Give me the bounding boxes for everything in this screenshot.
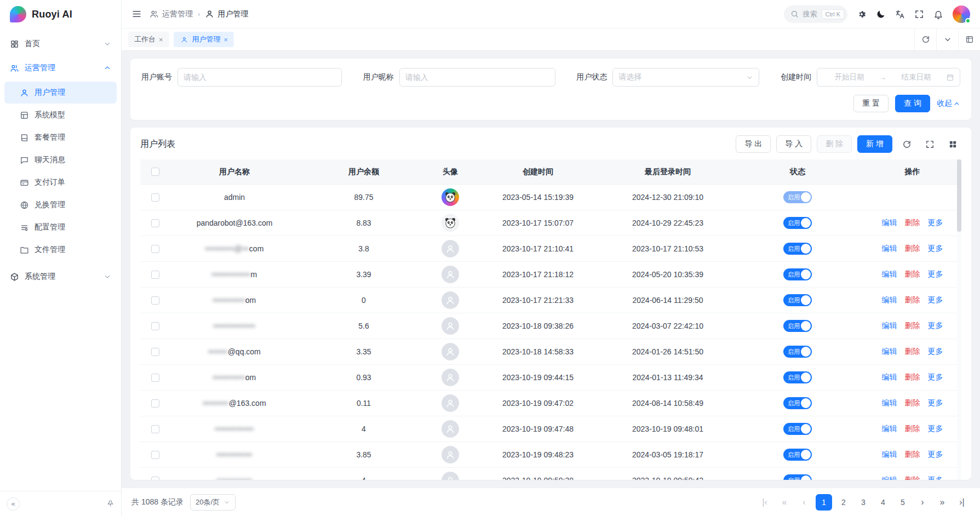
status-toggle[interactable]: 启用 [783, 397, 812, 409]
user-account-input[interactable] [184, 73, 336, 82]
sidebar-item-chat-messages[interactable]: 聊天消息 [4, 149, 117, 171]
more-action[interactable]: 更多 [928, 475, 943, 480]
row-checkbox[interactable] [151, 245, 159, 253]
breadcrumb-operations[interactable]: 运营管理 [150, 9, 193, 19]
more-action[interactable]: 更多 [928, 244, 943, 254]
page-size-select[interactable]: 20条/页 [190, 494, 236, 511]
sidebar-item-packages[interactable]: 套餐管理 [4, 127, 117, 148]
row-checkbox[interactable] [151, 271, 159, 279]
add-button[interactable]: 新 增 [857, 135, 892, 153]
select-all-checkbox[interactable] [151, 168, 159, 176]
delete-action[interactable]: 删除 [905, 244, 920, 254]
status-toggle[interactable]: 启用 [783, 320, 812, 332]
chevron-down-icon[interactable] [936, 28, 958, 50]
status-toggle[interactable]: 启用 [783, 371, 812, 383]
user-nickname-input[interactable] [405, 73, 549, 82]
edit-action[interactable]: 编辑 [882, 398, 897, 408]
prev-page-button[interactable]: ‹ [796, 494, 812, 511]
more-action[interactable]: 更多 [928, 372, 943, 382]
row-checkbox[interactable] [151, 425, 159, 433]
delete-action[interactable]: 删除 [905, 295, 920, 305]
breadcrumb-user-management[interactable]: 用户管理 [205, 9, 248, 19]
user-status-select[interactable]: 请选择 [612, 68, 759, 87]
settings-gear-icon[interactable] [857, 9, 867, 19]
refresh-icon[interactable] [898, 135, 915, 153]
sidebar-item-config[interactable]: 配置管理 [4, 216, 117, 238]
sidebar-item-models[interactable]: 系统模型 [4, 104, 117, 126]
more-action[interactable]: 更多 [928, 424, 943, 434]
delete-action[interactable]: 删除 [905, 218, 920, 228]
edit-action[interactable]: 编辑 [882, 372, 897, 382]
delete-action[interactable]: 删除 [905, 270, 920, 279]
edit-action[interactable]: 编辑 [882, 244, 897, 254]
status-toggle[interactable]: 启用 [783, 449, 812, 461]
edit-action[interactable]: 编辑 [882, 450, 897, 460]
export-button[interactable]: 导 出 [736, 135, 771, 153]
edit-action[interactable]: 编辑 [882, 424, 897, 434]
app-logo[interactable]: Ruoyi AI [0, 0, 121, 28]
more-action[interactable]: 更多 [928, 321, 943, 331]
column-settings-grid-icon[interactable] [944, 135, 961, 153]
layout-expand-icon[interactable] [958, 28, 980, 50]
sidebar-collapse-button[interactable]: « [7, 497, 20, 511]
refresh-icon[interactable] [914, 28, 936, 50]
status-toggle[interactable]: 启用 [783, 346, 812, 358]
status-toggle[interactable]: 启用 [783, 294, 812, 306]
edit-action[interactable]: 编辑 [882, 321, 897, 331]
more-action[interactable]: 更多 [928, 398, 943, 408]
sidebar-item-users[interactable]: 用户管理 [4, 82, 117, 104]
collapse-filter-button[interactable]: 收起 [937, 99, 960, 108]
first-page-button[interactable]: |‹ [757, 494, 773, 511]
page-button-1[interactable]: 1 [816, 494, 832, 511]
delete-action[interactable]: 删除 [905, 372, 920, 382]
page-button-2[interactable]: 2 [835, 494, 852, 511]
hamburger-menu-icon[interactable] [131, 9, 142, 19]
global-search-input[interactable]: 搜索 Ctrl K [784, 5, 848, 23]
notifications-bell-icon[interactable] [933, 9, 943, 19]
delete-action[interactable]: 删除 [905, 321, 920, 331]
status-toggle[interactable]: 启用 [783, 423, 812, 435]
language-translate-icon[interactable] [895, 9, 905, 19]
row-checkbox[interactable] [151, 193, 159, 202]
more-action[interactable]: 更多 [928, 218, 943, 228]
theme-moon-icon[interactable] [876, 9, 886, 19]
date-range-picker[interactable]: 开始日期 → 结束日期 [817, 68, 960, 87]
edit-action[interactable]: 编辑 [882, 295, 897, 305]
tab-user-management[interactable]: 用户管理× [174, 32, 234, 47]
edit-action[interactable]: 编辑 [882, 270, 897, 279]
close-icon[interactable]: × [224, 36, 228, 44]
more-action[interactable]: 更多 [928, 295, 943, 305]
fullscreen-icon[interactable] [921, 135, 938, 153]
delete-action[interactable]: 删除 [905, 475, 920, 480]
scrollbar-thumb[interactable] [957, 159, 961, 232]
row-checkbox[interactable] [151, 348, 159, 356]
page-button-4[interactable]: 4 [875, 494, 891, 511]
sidebar-item-exchange[interactable]: 兑换管理 [4, 194, 117, 216]
tab-workbench[interactable]: 工作台× [128, 32, 169, 47]
reset-button[interactable]: 重 置 [853, 95, 889, 112]
user-avatar[interactable] [953, 5, 970, 23]
status-toggle[interactable]: 启用 [783, 191, 812, 203]
more-action[interactable]: 更多 [928, 270, 943, 279]
status-toggle[interactable]: 启用 [783, 268, 812, 280]
delete-action[interactable]: 删除 [905, 424, 920, 434]
edit-action[interactable]: 编辑 [882, 475, 897, 480]
fast-forward-button[interactable]: » [934, 494, 950, 511]
sidebar-item-home[interactable]: 首页 [0, 32, 121, 56]
delete-action[interactable]: 删除 [905, 450, 920, 460]
pin-icon[interactable] [106, 500, 114, 508]
sidebar-item-files[interactable]: 文件管理 [4, 239, 117, 261]
row-checkbox[interactable] [151, 451, 159, 459]
delete-button[interactable]: 删 除 [817, 135, 852, 153]
row-checkbox[interactable] [151, 374, 159, 382]
row-checkbox[interactable] [151, 296, 159, 305]
fast-backward-button[interactable]: « [776, 494, 793, 511]
more-action[interactable]: 更多 [928, 450, 943, 460]
import-button[interactable]: 导 入 [776, 135, 811, 153]
sidebar-item-payment-orders[interactable]: 支付订单 [4, 171, 117, 193]
fullscreen-icon[interactable] [914, 9, 924, 19]
status-toggle[interactable]: 启用 [783, 474, 812, 480]
status-toggle[interactable]: 启用 [783, 217, 812, 229]
delete-action[interactable]: 删除 [905, 347, 920, 357]
page-button-3[interactable]: 3 [855, 494, 872, 511]
